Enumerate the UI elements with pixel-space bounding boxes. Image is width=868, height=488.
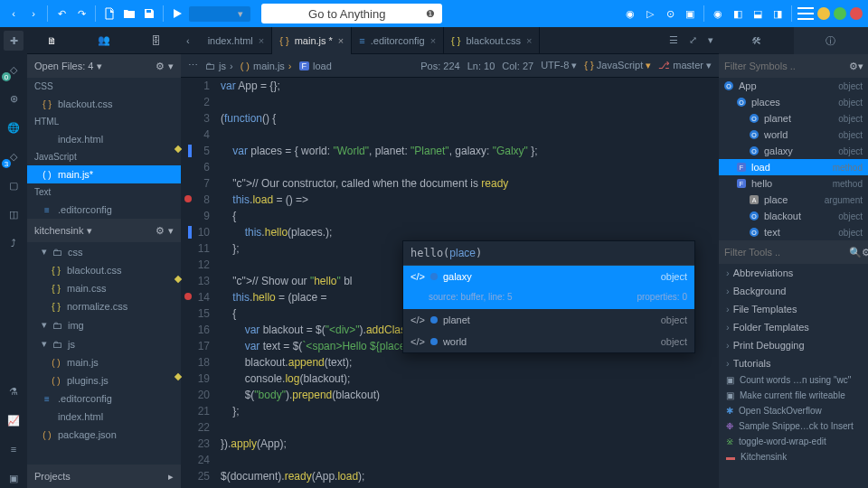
line-number[interactable]: 5	[181, 143, 210, 159]
record-macro-button[interactable]: ◉	[622, 5, 638, 22]
maximize-button[interactable]	[834, 7, 846, 20]
tree-item[interactable]: ▾🗀css	[27, 242, 181, 261]
symbol-item[interactable]: OAppobject	[719, 78, 868, 94]
status-branch[interactable]: ⎇ master ▾	[658, 60, 712, 71]
tree-item[interactable]: ( )plugins.js	[27, 371, 181, 389]
tool-snippet[interactable]: ▣Count words …n using "wc"	[719, 372, 868, 388]
tool-category[interactable]: ›Folder Templates	[719, 318, 868, 336]
tool-category[interactable]: ›File Templates	[719, 300, 868, 318]
gear-icon[interactable]: ⚙▾	[849, 61, 863, 72]
rail-box-icon[interactable]: ▢	[4, 175, 24, 195]
sidebar-tab-files-icon[interactable]: 🗎	[47, 35, 57, 46]
code-line[interactable]	[221, 127, 719, 143]
autocomplete-item[interactable]: </>galaxyobject	[403, 266, 694, 287]
close-tab-icon[interactable]: ×	[526, 35, 532, 46]
tree-item[interactable]: ▾🗀img	[27, 315, 181, 334]
close-tab-icon[interactable]: ×	[338, 35, 344, 46]
tool-snippet[interactable]: ❉Sample Snippe…ck to Insert	[719, 418, 868, 434]
line-number[interactable]: 23	[181, 436, 210, 452]
tool-category[interactable]: ›Abbreviations	[719, 264, 868, 282]
symbol-item[interactable]: Oplacesobject	[719, 94, 868, 110]
line-number[interactable]: 17	[181, 338, 210, 354]
code-line[interactable]	[221, 419, 719, 436]
layout-right-icon[interactable]: ◨	[769, 5, 786, 22]
code-line[interactable]: this.hello(places.);	[221, 224, 719, 240]
symbol-item[interactable]: Oworldobject	[719, 127, 868, 143]
crumb-symbol[interactable]: F load	[299, 61, 332, 71]
tree-item[interactable]: { }main.css	[27, 279, 181, 297]
sidebar-tab-db-icon[interactable]: 🗄	[151, 35, 161, 46]
save-button[interactable]	[141, 5, 157, 22]
tool-category[interactable]: ›Background	[719, 282, 868, 300]
line-number[interactable]: 19	[181, 371, 210, 387]
crumb-folder[interactable]: 🗀 js ›	[205, 61, 233, 71]
line-number[interactable]: 3	[181, 110, 210, 127]
close-tab-icon[interactable]: ×	[430, 35, 436, 46]
line-number[interactable]: 13	[181, 273, 210, 289]
line-number[interactable]: 4	[181, 127, 210, 143]
code-line[interactable]: "c">// Our constructor, called when the …	[221, 175, 719, 192]
symbol-item[interactable]: Oblackoutobject	[719, 208, 868, 224]
run-button[interactable]	[169, 5, 185, 22]
code-line[interactable]: var places = { world: "World", planet: "…	[221, 143, 719, 159]
tree-item[interactable]: { }normalize.css	[27, 297, 181, 315]
layout-left-icon[interactable]: ◧	[730, 5, 746, 22]
line-number[interactable]: 15	[181, 305, 210, 322]
code-line[interactable]: {	[221, 208, 719, 224]
toggle-preview-icon[interactable]: ◉	[710, 5, 726, 22]
tree-item[interactable]: index.html	[27, 408, 181, 426]
close-window-button[interactable]	[850, 7, 863, 20]
open-file-item[interactable]: ≡.editorconfig	[27, 201, 181, 219]
tree-item[interactable]: { }blackout.css	[27, 261, 181, 279]
editor-tab[interactable]: ≡.editorconfig×	[352, 27, 444, 54]
code-line[interactable]: console.log(blackout);	[221, 371, 719, 387]
line-number[interactable]: 21	[181, 403, 210, 419]
line-number[interactable]: 22	[181, 419, 210, 436]
line-number[interactable]: 20	[181, 387, 210, 403]
line-number[interactable]: 1	[181, 78, 210, 94]
rail-bookmark-icon[interactable]: ◫	[4, 204, 24, 224]
new-file-button[interactable]	[101, 5, 118, 22]
symbol-item[interactable]: Fhellomethod	[719, 175, 868, 192]
line-number[interactable]: 10	[181, 224, 210, 240]
goto-anything-input[interactable]: Go to Anything ❶	[261, 4, 442, 23]
search-icon[interactable]: 🔍	[849, 247, 862, 258]
tool-category[interactable]: ›Tutorials	[719, 354, 868, 372]
line-number[interactable]: 2	[181, 94, 210, 110]
tab-split-icon[interactable]: ⤢	[684, 34, 703, 46]
line-number[interactable]: 11	[181, 240, 210, 257]
rail-search-icon[interactable]: ⊛	[4, 89, 24, 108]
rail-flask-icon[interactable]: ⚗	[4, 381, 24, 401]
projects-footer[interactable]: Projects ▸	[27, 465, 181, 488]
redo-button[interactable]: ↷	[73, 5, 90, 22]
undo-button[interactable]: ↶	[53, 5, 70, 22]
status-encoding[interactable]: UTF-8 ▾	[541, 60, 577, 71]
line-number[interactable]: 6	[181, 159, 210, 175]
crumb-file[interactable]: ( ) main.js ›	[241, 61, 292, 71]
forward-button[interactable]: ›	[25, 5, 42, 22]
rail-share-icon[interactable]: ⤴	[4, 233, 24, 253]
code-line[interactable]: $("body").prepend(blackout)	[221, 387, 719, 403]
symbol-item[interactable]: Ogalaxyobject	[719, 143, 868, 159]
line-number[interactable]: 16	[181, 322, 210, 338]
menu-button[interactable]	[797, 7, 814, 20]
tab-more-icon[interactable]: ▾	[703, 34, 719, 46]
symbols-filter-input[interactable]	[724, 61, 849, 71]
open-file-button[interactable]	[121, 5, 137, 22]
rail-chart-icon[interactable]: 📈	[4, 410, 24, 430]
open-file-item[interactable]: index.html	[27, 130, 181, 148]
tree-item[interactable]: ≡.editorconfig	[27, 389, 181, 408]
gear-icon[interactable]: ⚙	[156, 225, 165, 237]
code-line[interactable]	[221, 452, 719, 468]
code-line[interactable]	[221, 159, 719, 175]
gear-icon[interactable]: ⚙	[156, 61, 165, 72]
line-number[interactable]: 7	[181, 175, 210, 192]
step-button[interactable]: ⊙	[662, 5, 678, 22]
editor-tab[interactable]: { }main.js *×	[272, 27, 352, 54]
tree-item[interactable]: ( )package.json	[27, 426, 181, 444]
tree-item[interactable]: ▾🗀js	[27, 334, 181, 353]
right-tab-symbols-icon[interactable]: ⓘ	[794, 27, 869, 54]
symbol-item[interactable]: Otextobject	[719, 224, 868, 240]
editor-tab[interactable]: { }blackout.css×	[444, 27, 540, 54]
rail-terminal-icon[interactable]: ▣	[4, 468, 24, 488]
